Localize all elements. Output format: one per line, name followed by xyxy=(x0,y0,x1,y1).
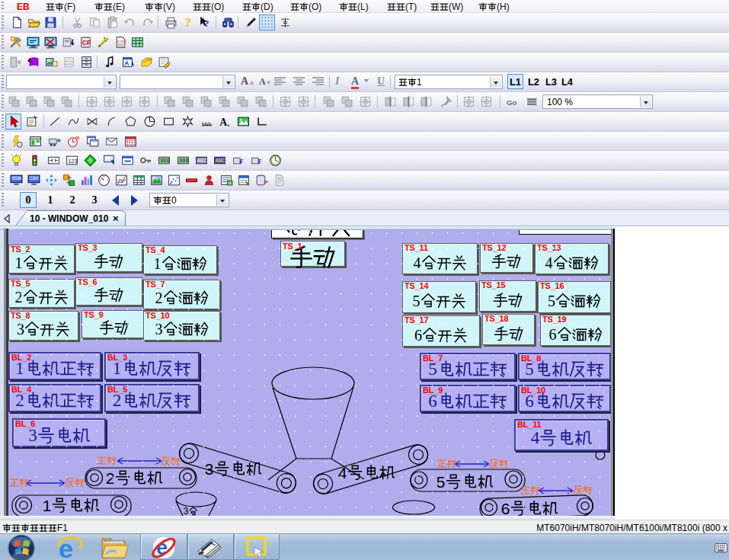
svg-text:HH:M: HH:M xyxy=(30,176,38,180)
svg-text:999: 999 xyxy=(179,158,188,164)
svg-text:Go: Go xyxy=(507,98,516,107)
svg-text:?: ? xyxy=(205,19,209,29)
svg-text:F: F xyxy=(239,158,243,165)
svg-text:ABC: ABC xyxy=(197,158,207,163)
svg-text:123: 123 xyxy=(12,176,18,180)
svg-text:F: F xyxy=(257,158,261,165)
svg-text:CF: CF xyxy=(82,39,91,46)
svg-text:123: 123 xyxy=(68,158,77,165)
svg-text:999: 999 xyxy=(161,158,170,164)
svg-text:A: A xyxy=(219,117,227,128)
svg-text:CSV: CSV xyxy=(117,40,126,44)
svg-text:?: ? xyxy=(185,16,191,29)
svg-text:ABC: ABC xyxy=(216,158,225,163)
